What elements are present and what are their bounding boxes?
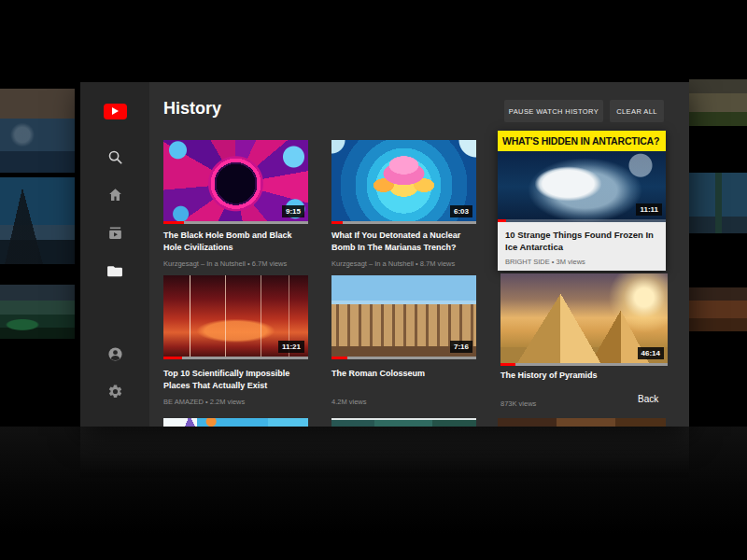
video-card[interactable]: 46:14 The History of Pyramids 873K views xyxy=(500,273,668,366)
video-meta: Kurzgesagt – In a Nutshell • 6.7M views xyxy=(163,259,287,268)
background-thumbnail-statue-of-liberty xyxy=(689,173,747,233)
library-folder-icon xyxy=(106,262,123,283)
video-thumbnail-lightning-storm: 11:21 xyxy=(163,275,308,359)
video-title: What If You Detonated a Nuclear Bomb In … xyxy=(331,230,476,254)
tv-screen-background: History PAUSE WATCH HISTORY CLEAR ALL 9:… xyxy=(0,0,747,560)
page-title: History xyxy=(163,99,221,119)
watch-progress-fill xyxy=(163,357,182,359)
video-meta: 873K views xyxy=(500,399,536,408)
youtube-logo-icon xyxy=(104,104,127,119)
duration-badge: 11:21 xyxy=(278,341,304,353)
history-overlay-panel: History PAUSE WATCH HISTORY CLEAR ALL 9:… xyxy=(80,82,689,427)
partial-thumbnail-row3-col2[interactable] xyxy=(331,418,476,427)
sidebar xyxy=(80,82,149,427)
video-meta: 4.2M views xyxy=(331,398,367,406)
partial-thumbnail-row3-col3[interactable] xyxy=(498,418,666,427)
video-title: Top 10 Scientifically Impossible Places … xyxy=(163,368,308,392)
play-glyph xyxy=(112,107,119,115)
video-thumbnail-pyramids: 46:14 xyxy=(500,273,668,366)
background-thumbnail-ocean xyxy=(0,89,75,173)
thumbnail-banner-text: WHAT'S HIDDEN IN ANTARCTICA? xyxy=(498,131,666,151)
video-thumbnail-nuclear-bomb: 6:03 xyxy=(331,140,476,224)
watch-progress-fill xyxy=(331,221,343,224)
video-thumbnail-antarctica: 11:11 xyxy=(498,151,666,222)
video-card[interactable]: 7:16 The Roman Colosseum 4.2M views xyxy=(331,275,476,359)
sidebar-item-subscriptions[interactable] xyxy=(80,223,149,245)
watch-progress-track xyxy=(500,363,668,366)
duration-badge: 11:11 xyxy=(636,203,662,216)
sidebar-item-library[interactable] xyxy=(80,261,149,284)
video-card-focused[interactable]: WHAT'S HIDDEN IN ANTARCTICA? 11:11 10 St… xyxy=(498,131,666,271)
watch-progress-track xyxy=(331,221,476,224)
account-icon xyxy=(107,346,123,366)
duration-badge: 9:15 xyxy=(282,205,304,217)
watch-progress-fill xyxy=(331,357,347,359)
video-meta: BRIGHT SIDE • 3M views xyxy=(505,258,585,266)
background-thumbnail-lake-boats xyxy=(0,285,75,339)
video-title: The Black Hole Bomb and Black Hole Civil… xyxy=(163,230,308,254)
video-card[interactable]: 11:21 Top 10 Scientifically Impossible P… xyxy=(163,275,308,359)
duration-badge: 46:14 xyxy=(638,347,664,359)
sidebar-item-home[interactable] xyxy=(80,185,149,207)
watch-progress-fill xyxy=(163,221,184,224)
video-meta: BE AMAZED • 2.2M views xyxy=(163,398,245,406)
panel-reflection xyxy=(80,427,689,475)
sidebar-item-search[interactable] xyxy=(80,147,149,170)
clear-all-button[interactable]: CLEAR ALL xyxy=(610,100,664,122)
duration-badge: 6:03 xyxy=(450,205,472,217)
video-thumbnail-black-hole: 9:15 xyxy=(163,140,308,224)
background-thumbnail-canyon xyxy=(689,287,747,331)
duration-badge: 7:16 xyxy=(450,341,472,353)
sidebar-item-account[interactable] xyxy=(80,344,149,367)
pause-watch-history-button[interactable]: PAUSE WATCH HISTORY xyxy=(504,100,603,122)
video-meta: Kurzgesagt – In a Nutshell • 8.7M views xyxy=(331,259,455,268)
subscriptions-icon xyxy=(107,225,123,245)
focused-info-card: 10 Strange Things Found Frozen In Ice An… xyxy=(498,222,666,271)
video-card[interactable]: 9:15 The Black Hole Bomb and Black Hole … xyxy=(163,140,308,224)
watch-progress-track xyxy=(331,357,476,359)
back-button-hint[interactable]: Back xyxy=(638,394,658,404)
sidebar-item-youtube-logo[interactable] xyxy=(80,100,149,122)
video-card[interactable]: 6:03 What If You Detonated a Nuclear Bom… xyxy=(331,140,476,224)
watch-progress-track xyxy=(163,221,308,224)
video-thumbnail-colosseum: 7:16 xyxy=(331,275,476,359)
video-title: The Roman Colosseum xyxy=(331,368,476,380)
background-thumbnail-colosseum xyxy=(689,79,747,126)
video-title: The History of Pyramids xyxy=(500,370,668,382)
watch-progress-track xyxy=(163,357,308,359)
sidebar-item-settings[interactable] xyxy=(80,382,149,404)
partial-thumbnail-row3-col1[interactable] xyxy=(163,418,308,427)
video-title: 10 Strange Things Found Frozen In Ice An… xyxy=(505,229,658,253)
background-thumbnail-eiffel-tower xyxy=(0,177,75,264)
search-icon xyxy=(107,149,123,169)
watch-progress-fill xyxy=(500,363,515,366)
home-icon xyxy=(107,187,123,206)
settings-gear-icon xyxy=(107,384,123,403)
